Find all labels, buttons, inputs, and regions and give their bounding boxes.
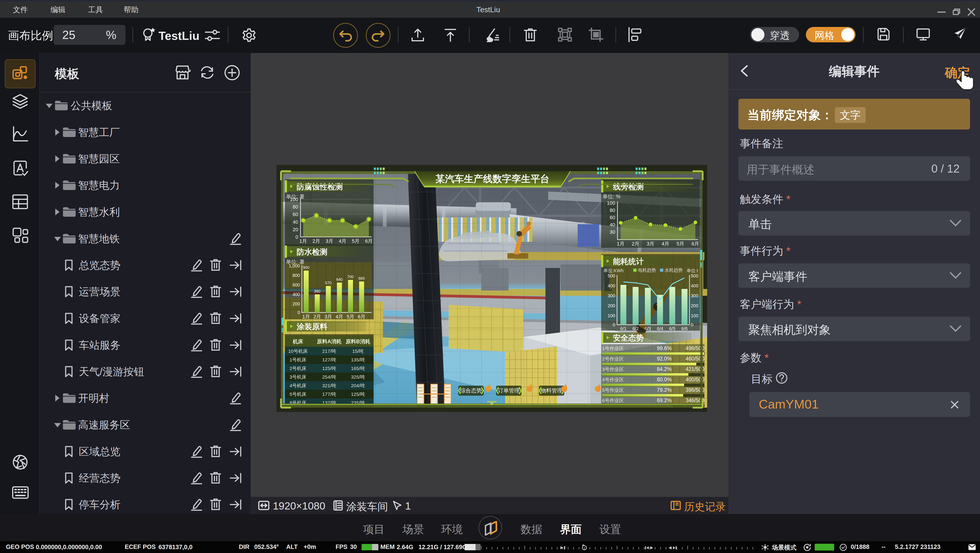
svg-text:物料管理: 物料管理 — [541, 387, 562, 394]
svg-text:3号机床: 3号机床 — [290, 375, 307, 379]
svg-text:80.0%: 80.0% — [657, 376, 671, 382]
svg-text:79.2%: 79.2% — [657, 387, 671, 393]
svg-text:能耗统计: 能耗统计 — [613, 257, 644, 266]
svg-text:400: 400 — [691, 283, 698, 288]
svg-text:0: 0 — [296, 234, 298, 240]
svg-text:1月: 1月 — [299, 238, 307, 244]
svg-text:原料B消耗: 原料B消耗 — [345, 339, 371, 344]
svg-text:3月: 3月 — [325, 314, 332, 320]
svg-text:2号机床: 2号机床 — [290, 366, 307, 371]
svg-text:0: 0 — [691, 322, 693, 327]
svg-text:99.6%: 99.6% — [657, 345, 671, 351]
svg-text:300: 300 — [691, 293, 698, 298]
svg-text:60: 60 — [610, 215, 615, 220]
svg-text:3号作业区: 3号作业区 — [602, 367, 624, 372]
svg-text:640: 640 — [336, 277, 343, 282]
svg-text:800: 800 — [293, 273, 300, 278]
svg-text:6月: 6月 — [692, 241, 699, 247]
svg-text:1号机床: 1号机床 — [290, 357, 307, 362]
svg-text:6月: 6月 — [358, 314, 366, 320]
svg-text:6/3: 6/3 — [645, 326, 651, 331]
svg-text:6月: 6月 — [365, 238, 373, 244]
svg-text:500: 500 — [608, 273, 615, 278]
svg-text:线旁检测: 线旁检测 — [613, 182, 644, 191]
svg-text:5月: 5月 — [347, 314, 354, 320]
svg-text:订单管理: 订单管理 — [498, 387, 520, 394]
svg-text:6/6: 6/6 — [681, 326, 688, 331]
svg-text:200: 200 — [608, 303, 615, 308]
svg-text:3月: 3月 — [326, 238, 333, 244]
svg-text:2月: 2月 — [632, 241, 640, 247]
svg-text:400: 400 — [293, 292, 300, 297]
svg-text:4月: 4月 — [339, 238, 347, 244]
svg-text:40: 40 — [610, 222, 615, 228]
svg-text:60: 60 — [293, 212, 298, 217]
svg-text:92.0%: 92.0% — [657, 356, 671, 362]
svg-text:综合态势: 综合态势 — [460, 387, 482, 394]
svg-text:4月: 4月 — [336, 314, 343, 320]
svg-text:80: 80 — [610, 207, 615, 213]
svg-text:177/吨: 177/吨 — [322, 392, 336, 397]
svg-text:165/吨: 165/吨 — [351, 366, 365, 371]
svg-text:2号作业区: 2号作业区 — [602, 356, 624, 362]
svg-text:5号作业区: 5号作业区 — [602, 387, 624, 393]
svg-text:3月: 3月 — [647, 241, 654, 247]
svg-text:100: 100 — [290, 196, 298, 202]
svg-text:电耗趋势: 电耗趋势 — [638, 268, 656, 273]
svg-text:5月: 5月 — [676, 241, 684, 247]
svg-text:5月: 5月 — [352, 238, 360, 244]
svg-text:1月: 1月 — [617, 241, 625, 247]
svg-text:某汽车生产线数字孪生平台: 某汽车生产线数字孪生平台 — [436, 174, 550, 184]
svg-text:单位: %: 单位: % — [603, 194, 620, 199]
svg-text:100: 100 — [608, 313, 615, 318]
svg-text:300: 300 — [608, 293, 615, 298]
svg-text:1号作业区: 1号作业区 — [602, 346, 624, 351]
svg-text:水耗趋势: 水耗趋势 — [665, 268, 683, 273]
svg-text:30: 30 — [610, 229, 615, 235]
svg-text:135/吨: 135/吨 — [351, 357, 365, 362]
svg-text:1,000: 1,000 — [289, 263, 300, 268]
svg-text:单位:t: 单位:t — [687, 268, 698, 273]
svg-text:6号作业区: 6号作业区 — [602, 398, 624, 403]
svg-text:1月: 1月 — [302, 314, 310, 320]
svg-text:0: 0 — [298, 310, 300, 315]
svg-text:2月: 2月 — [313, 314, 321, 320]
svg-text:15/吨: 15/吨 — [352, 349, 364, 354]
svg-text:204/吨: 204/吨 — [351, 383, 365, 388]
svg-text:321/吨: 321/吨 — [322, 383, 336, 388]
svg-text:600: 600 — [293, 282, 300, 287]
svg-text:涂装原料: 涂装原料 — [296, 322, 328, 331]
svg-text:200: 200 — [691, 303, 698, 308]
svg-text:254/吨: 254/吨 — [322, 375, 336, 379]
svg-text:570: 570 — [325, 281, 331, 285]
svg-text:4号作业区: 4号作业区 — [602, 377, 624, 382]
svg-text:325/吨: 325/吨 — [351, 375, 365, 379]
svg-text:6/2: 6/2 — [632, 326, 639, 331]
svg-text:400: 400 — [608, 283, 615, 288]
svg-text:6/4: 6/4 — [657, 326, 663, 331]
svg-text:6/1: 6/1 — [620, 326, 627, 331]
svg-text:125/吨: 125/吨 — [322, 366, 336, 371]
svg-text:100: 100 — [607, 200, 615, 206]
svg-text:20: 20 — [293, 227, 298, 232]
svg-text:5号机床: 5号机床 — [290, 392, 307, 397]
svg-text:200: 200 — [293, 301, 300, 306]
svg-text:217/吨: 217/吨 — [322, 349, 336, 354]
svg-text:900: 900 — [303, 265, 309, 270]
svg-text:机床: 机床 — [293, 339, 303, 344]
svg-text:防水检测: 防水检测 — [297, 247, 328, 256]
svg-text:390: 390 — [314, 289, 320, 293]
svg-text:84.2%: 84.2% — [657, 366, 671, 372]
svg-text:原料A消耗: 原料A消耗 — [317, 339, 342, 344]
svg-text:665: 665 — [358, 276, 365, 280]
svg-text:单位:KWh: 单位:KWh — [603, 268, 624, 273]
svg-text:防腐蚀性检测: 防腐蚀性检测 — [297, 182, 343, 191]
svg-text:700: 700 — [347, 275, 354, 279]
svg-text:125/吨: 125/吨 — [351, 392, 365, 397]
svg-text:4月: 4月 — [662, 241, 669, 247]
svg-text:100: 100 — [691, 313, 698, 318]
svg-text:2月: 2月 — [312, 238, 320, 244]
svg-text:40: 40 — [293, 219, 298, 225]
svg-text:127/吨: 127/吨 — [322, 357, 336, 362]
svg-text:10号机床: 10号机床 — [288, 349, 308, 354]
